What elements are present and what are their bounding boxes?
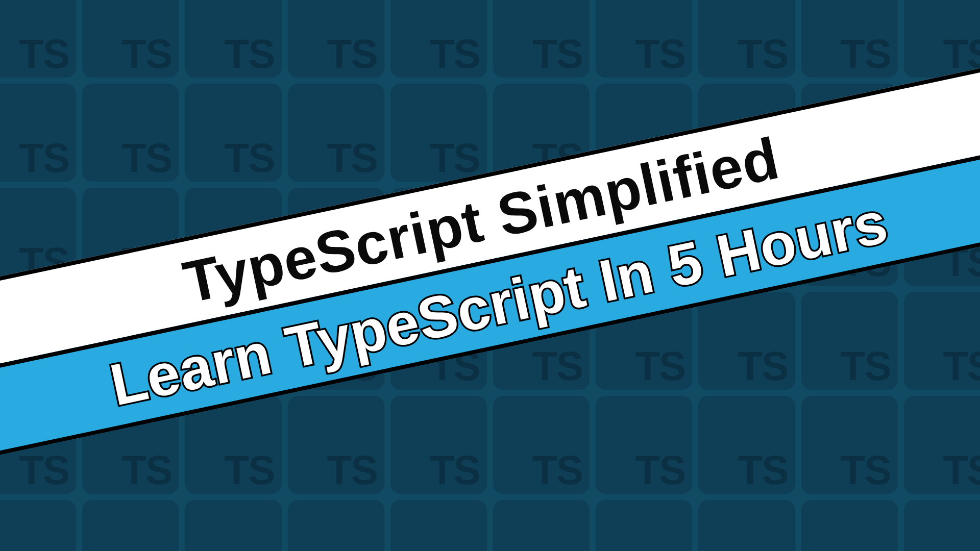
ts-tile: TS: [390, 0, 487, 78]
ts-tile: TS: [904, 396, 980, 494]
ts-tile: TS: [596, 396, 692, 494]
ts-tile-label: TS: [841, 450, 891, 491]
ts-tile-label: TS: [19, 450, 69, 491]
ts-tile: TS: [185, 84, 281, 182]
ts-tile-label: TS: [19, 34, 69, 74]
ts-tile-label: TS: [738, 34, 788, 74]
ts-tile: TS: [82, 84, 179, 182]
ts-tile: TS: [493, 396, 590, 494]
ts-tile-label: TS: [224, 34, 274, 74]
ts-tile-label: TS: [635, 34, 685, 74]
ts-tile: TS: [0, 0, 76, 78]
ts-tile: TS: [801, 0, 898, 78]
ts-tile: TS: [390, 396, 487, 494]
ts-tile: TS: [288, 0, 384, 78]
ts-tile: TS: [698, 292, 795, 390]
ts-tile: TS: [904, 500, 980, 551]
ts-tile-label: TS: [635, 346, 685, 387]
ts-tile-label: TS: [430, 450, 480, 491]
ts-tile: TS: [185, 500, 281, 551]
ts-tile-label: TS: [327, 138, 377, 179]
ts-tile-label: TS: [532, 346, 582, 387]
ts-tile: TS: [596, 0, 692, 78]
ts-tile: TS: [0, 500, 76, 551]
ts-tile-label: TS: [738, 450, 788, 491]
ts-tile-label: TS: [430, 34, 480, 74]
ts-tile-label: TS: [738, 346, 788, 387]
ts-tile: TS: [698, 396, 795, 494]
ts-tile-label: TS: [943, 34, 980, 74]
ts-tile: TS: [0, 84, 76, 182]
ts-tile: TS: [390, 84, 487, 182]
ts-tile: TS: [82, 500, 179, 551]
ts-tile: TS: [904, 292, 980, 390]
ts-tile: TS: [801, 500, 898, 551]
ts-tile: TS: [288, 500, 384, 551]
ts-tile: TS: [801, 292, 898, 390]
ts-tile: TS: [390, 500, 487, 551]
ts-tile: TS: [288, 396, 384, 494]
ts-tile-label: TS: [121, 34, 172, 74]
ts-tile-label: TS: [635, 450, 685, 491]
ts-tile: TS: [698, 500, 795, 551]
ts-tile-label: TS: [943, 346, 980, 387]
ts-tile-label: TS: [224, 450, 274, 491]
ts-tile: TS: [698, 0, 795, 78]
ts-tile-label: TS: [430, 138, 480, 179]
ts-tile: TS: [596, 500, 692, 551]
ts-tile-label: TS: [841, 34, 891, 74]
ts-tile-label: TS: [224, 138, 274, 179]
ts-tile-label: TS: [327, 34, 377, 74]
ts-tile-label: TS: [943, 450, 980, 491]
ts-tile: TS: [904, 0, 980, 78]
ts-tile-label: TS: [841, 346, 891, 387]
ts-tile-label: TS: [327, 450, 377, 491]
ts-tile-label: TS: [532, 34, 582, 74]
ts-tile: TS: [493, 500, 590, 551]
ts-tile-label: TS: [121, 450, 172, 491]
ts-tile-label: TS: [121, 138, 172, 179]
ts-tile: TS: [801, 396, 898, 494]
ts-tile: TS: [288, 84, 384, 182]
ts-tile: TS: [185, 0, 281, 78]
ts-tile-label: TS: [19, 138, 69, 179]
ts-tile-label: TS: [532, 450, 582, 491]
ts-tile: TS: [493, 0, 590, 78]
ts-tile: TS: [82, 0, 179, 78]
